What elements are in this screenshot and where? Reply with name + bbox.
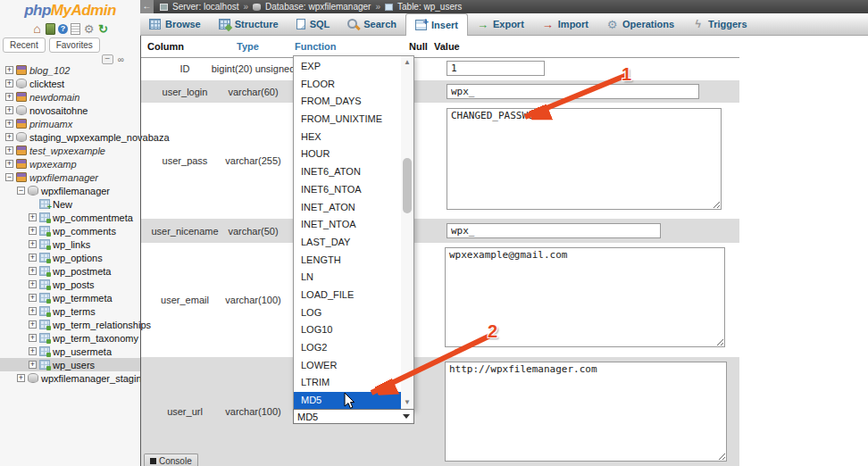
function-option-md5[interactable]: MD5 bbox=[294, 392, 401, 410]
dropdown-scrollbar[interactable]: ▲ ▼ bbox=[401, 56, 413, 409]
function-option-length[interactable]: LENGTH bbox=[294, 252, 401, 270]
scrollbar-thumb[interactable] bbox=[403, 158, 412, 213]
tab-triggers[interactable]: ϟTriggers bbox=[683, 13, 755, 35]
function-option-load_file[interactable]: LOAD_FILE bbox=[294, 287, 401, 304]
function-option-log10[interactable]: LOG10 bbox=[294, 321, 401, 339]
expand-icon[interactable]: + bbox=[5, 160, 13, 168]
function-option-lower[interactable]: LOWER bbox=[294, 357, 401, 375]
tree-item-wpxfilemanager[interactable]: −wpxfilemanager bbox=[0, 171, 140, 184]
expand-icon[interactable]: + bbox=[5, 106, 13, 114]
hide-navigation-button[interactable]: ← bbox=[140, 0, 154, 13]
value-input-user-login[interactable] bbox=[447, 84, 699, 99]
value-textarea-user-url[interactable]: http://wpxfilemanager.com bbox=[445, 362, 727, 462]
expand-icon[interactable]: + bbox=[29, 361, 37, 369]
collapse-icon[interactable]: − bbox=[5, 173, 13, 181]
tree-item-wp_term_relationships[interactable]: +wp_term_relationships bbox=[0, 318, 140, 331]
tree-item-wp_postmeta[interactable]: +wp_postmeta bbox=[0, 264, 140, 278]
value-textarea-user-email[interactable]: wpxexample@gmail.com bbox=[445, 247, 725, 347]
function-select[interactable]: MD5 bbox=[293, 409, 414, 424]
help-icon[interactable]: ? bbox=[58, 24, 68, 34]
tree-item-wp_users[interactable]: +wp_users bbox=[0, 358, 140, 371]
scroll-down-icon[interactable]: ▼ bbox=[401, 396, 413, 409]
tree-item-wp_options[interactable]: +wp_options bbox=[0, 251, 140, 264]
tree-item-novosaitohne[interactable]: +novosaitohne bbox=[0, 104, 140, 117]
function-option-from_unixtime[interactable]: FROM_UNIXTIME bbox=[294, 111, 401, 129]
breadcrumb-item[interactable]: Table: wp_users bbox=[397, 2, 462, 12]
expand-icon[interactable]: + bbox=[5, 133, 13, 141]
function-option-log[interactable]: LOG bbox=[294, 304, 401, 322]
value-input-user-nicename[interactable] bbox=[447, 223, 661, 238]
column-header-type[interactable]: Type bbox=[237, 41, 259, 52]
function-option-exp[interactable]: EXP bbox=[294, 58, 401, 76]
tab-import[interactable]: →Import bbox=[533, 13, 597, 35]
refresh-icon[interactable]: ↻ bbox=[97, 23, 109, 35]
function-option-hex[interactable]: HEX bbox=[294, 129, 401, 146]
expand-icon[interactable]: + bbox=[29, 294, 37, 302]
tree-item-clicktest[interactable]: +clicktest bbox=[0, 77, 140, 90]
function-option-log2[interactable]: LOG2 bbox=[294, 339, 401, 357]
settings-icon[interactable]: ⚙ bbox=[83, 23, 95, 35]
expand-icon[interactable]: + bbox=[29, 307, 37, 315]
tree-item-wpxfilemanager[interactable]: −wpxfilemanager bbox=[0, 184, 140, 197]
expand-icon[interactable]: + bbox=[5, 79, 13, 87]
tree-item-wpxfilemanager_staging[interactable]: +wpxfilemanager_staging bbox=[0, 371, 140, 385]
expand-icon[interactable]: + bbox=[5, 66, 13, 74]
expand-icon[interactable]: + bbox=[29, 280, 37, 288]
expand-icon[interactable]: + bbox=[29, 267, 37, 275]
expand-icon[interactable]: + bbox=[5, 120, 13, 128]
expand-icon[interactable]: + bbox=[29, 254, 37, 262]
function-option-ltrim[interactable]: LTRIM bbox=[294, 374, 401, 392]
tree-item-new[interactable]: New bbox=[0, 197, 140, 211]
tab-insert[interactable]: Insert bbox=[405, 13, 468, 36]
sidebar-tab-recent[interactable]: Recent bbox=[3, 37, 46, 53]
tree-item-wp_termmeta[interactable]: +wp_termmeta bbox=[0, 291, 140, 304]
docs-icon[interactable] bbox=[71, 23, 80, 35]
console-button[interactable]: Console bbox=[144, 454, 198, 466]
logout-icon[interactable] bbox=[46, 23, 55, 35]
sidebar-tab-favorites[interactable]: Favorites bbox=[49, 37, 100, 53]
tree-item-test_wpxexample[interactable]: +test_wpxexample bbox=[0, 144, 140, 157]
tree-item-wp_commentmeta[interactable]: +wp_commentmeta bbox=[0, 211, 140, 224]
breadcrumb-item[interactable]: Server: localhost bbox=[172, 2, 238, 12]
tree-item-blog_102[interactable]: +blog_102 bbox=[0, 63, 140, 77]
breadcrumb-item[interactable]: Database: wpxfilemanager bbox=[265, 2, 371, 12]
expand-icon[interactable]: + bbox=[17, 374, 25, 382]
column-header-function[interactable]: Function bbox=[295, 41, 336, 52]
function-option-last_day[interactable]: LAST_DAY bbox=[294, 234, 401, 252]
expand-icon[interactable]: + bbox=[29, 213, 37, 221]
tab-structure[interactable]: Structure bbox=[210, 13, 288, 35]
expand-icon[interactable]: + bbox=[29, 347, 37, 355]
tab-export[interactable]: →Export bbox=[468, 13, 533, 35]
tree-item-wp_terms[interactable]: +wp_terms bbox=[0, 304, 140, 318]
tree-item-newdomain[interactable]: +newdomain bbox=[0, 90, 140, 104]
function-option-inet6_ntoa[interactable]: INET6_NTOA bbox=[294, 181, 401, 199]
phpmyadmin-logo[interactable]: phpMyAdmin bbox=[0, 2, 140, 20]
function-option-from_days[interactable]: FROM_DAYS bbox=[294, 93, 401, 111]
scroll-up-icon[interactable]: ▲ bbox=[401, 56, 413, 69]
value-textarea-user-pass[interactable]: CHANGED_PASSWORD bbox=[447, 108, 722, 210]
expand-icon[interactable]: + bbox=[5, 146, 13, 154]
function-option-inet6_aton[interactable]: INET6_ATON bbox=[294, 163, 401, 181]
tree-item-primuamx[interactable]: +primuamx bbox=[0, 117, 140, 130]
function-option-ln[interactable]: LN bbox=[294, 269, 401, 287]
tree-item-wp_term_taxonomy[interactable]: +wp_term_taxonomy bbox=[0, 331, 140, 345]
tree-item-wpxexamp[interactable]: +wpxexamp bbox=[0, 157, 140, 171]
tree-item-wp_links[interactable]: +wp_links bbox=[0, 237, 140, 251]
collapse-icon[interactable]: − bbox=[17, 187, 25, 195]
expand-icon[interactable]: + bbox=[29, 240, 37, 248]
function-option-hour[interactable]: HOUR bbox=[294, 146, 401, 163]
tab-search[interactable]: Search bbox=[338, 13, 405, 35]
tree-item-wp_usermeta[interactable]: +wp_usermeta bbox=[0, 345, 140, 358]
function-option-inet_ntoa[interactable]: INET_NTOA bbox=[294, 216, 401, 234]
expand-icon[interactable]: + bbox=[29, 320, 37, 329]
tree-item-staging_wpxexample_novabaza[interactable]: +staging_wpxexample_novabaza bbox=[0, 130, 140, 144]
function-option-inet_aton[interactable]: INET_ATON bbox=[294, 199, 401, 217]
value-input-id[interactable] bbox=[447, 61, 545, 76]
tree-item-wp_posts[interactable]: +wp_posts bbox=[0, 278, 140, 291]
tab-operations[interactable]: ⚙Operations bbox=[597, 13, 683, 35]
expand-icon[interactable]: + bbox=[29, 334, 37, 342]
tab-sql[interactable]: SQL bbox=[288, 13, 339, 35]
home-icon[interactable]: ⌂ bbox=[31, 23, 43, 35]
function-option-floor[interactable]: FLOOR bbox=[294, 76, 401, 94]
tree-item-wp_comments[interactable]: +wp_comments bbox=[0, 224, 140, 237]
